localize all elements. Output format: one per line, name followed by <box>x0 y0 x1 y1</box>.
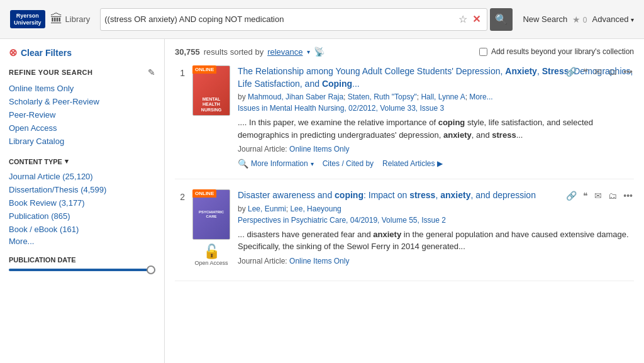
result-authors-2: by Lee, Eunmi; Lee, Haeyoung <box>238 204 634 213</box>
sort-dropdown-icon[interactable]: ▾ <box>307 48 310 55</box>
result-number-1: 1 <box>175 65 185 169</box>
result-type-link-2[interactable]: Online Items Only <box>289 257 349 265</box>
content-type-header[interactable]: CONTENT TYPE ▾ <box>9 157 155 165</box>
search-bar-area: ☆ ✕ 🔍 <box>100 8 513 31</box>
date-range-slider[interactable] <box>9 269 155 279</box>
result-item-2: 2 online PSYCHIATRIC CARE 🔓 Open Access … <box>175 189 634 281</box>
main-layout: ⊗ Clear Filters REFINE YOUR SEARCH ✎ Onl… <box>0 39 644 363</box>
result-abstract-1: .... In this paper, we examine the relat… <box>238 116 634 141</box>
content-type-dissertation-thesis[interactable]: Dissertation/Thesis (4,599) <box>9 184 155 196</box>
result-thumbnail-2: online PSYCHIATRIC CARE 🔓 Open Access <box>192 189 230 271</box>
advanced-chevron-icon: ▾ <box>631 16 634 23</box>
result-content-1: 🔗 ❝ ✉ 🗂 ••• The Relationship among Young… <box>238 65 634 169</box>
content-type-section: CONTENT TYPE ▾ Journal Article (25,120) … <box>9 157 155 246</box>
sort-by-link[interactable]: relevance <box>267 47 303 57</box>
edit-icon[interactable]: ✎ <box>148 67 155 77</box>
more-options-button-2[interactable]: ••• <box>622 189 634 202</box>
search-input-wrapper: ☆ ✕ <box>100 8 487 31</box>
cite-button-1[interactable]: ❝ <box>582 65 589 78</box>
beyond-collection-label: Add results beyond your library's collec… <box>491 47 634 56</box>
beyond-collection-checkbox[interactable] <box>479 48 487 56</box>
related-chevron-icon-1: ▶ <box>437 159 443 168</box>
sorted-by-label: results sorted by <box>204 47 264 57</box>
clear-filters-button[interactable]: ⊗ Clear Filters <box>9 47 155 59</box>
header: Ryerson University 🏛 Library ☆ ✕ 🔍 New S… <box>0 0 644 39</box>
rss-icon[interactable]: 📡 <box>314 47 325 57</box>
refine-search-section: REFINE YOUR SEARCH ✎ Online Items Only S… <box>9 67 155 147</box>
author-link-mahmoud[interactable]: Mahmoud, Jihan Saber Raja <box>248 92 343 101</box>
open-access-icon: 🔓 <box>203 243 220 260</box>
cite-button-2[interactable]: ❝ <box>582 189 589 202</box>
permalink-button-1[interactable]: 🔗 <box>565 65 578 78</box>
content-type-book-ebook[interactable]: Book / eBook (161) <box>9 223 155 235</box>
author-link-lee-eunmi[interactable]: Lee, Eunmi <box>248 204 286 213</box>
library-label: Library <box>65 14 91 24</box>
search-input[interactable] <box>104 14 456 24</box>
search-submit-button[interactable]: 🔍 <box>490 8 513 31</box>
result-type-1: Journal Article: Online Items Only <box>238 145 634 154</box>
cites-section-1[interactable]: Cites / Cited by <box>323 159 374 168</box>
journal-link-1[interactable]: Issues in Mental Health Nursing <box>238 104 344 113</box>
result-toolbar-1: 🔗 ❝ ✉ 🗂 ••• <box>565 65 634 78</box>
clear-filters-icon: ⊗ <box>9 47 17 59</box>
permalink-button-2[interactable]: 🔗 <box>565 189 578 202</box>
filter-scholarly-peer-review[interactable]: Scholarly & Peer-Review <box>9 96 155 108</box>
slider-track <box>9 269 155 271</box>
content-type-publication[interactable]: Publication (865) <box>9 210 155 222</box>
result-toolbar-2: 🔗 ❝ ✉ 🗂 ••• <box>565 189 634 202</box>
more-info-button-1[interactable]: 🔍 More Information ▾ <box>238 159 314 169</box>
logo-area: Ryerson University 🏛 Library <box>10 10 90 29</box>
email-button-2[interactable]: ✉ <box>593 189 603 202</box>
author-link-more-1[interactable]: More... <box>469 92 492 101</box>
new-search-button[interactable]: New Search <box>523 14 567 24</box>
result-abstract-2: ... disasters have generated fear and an… <box>238 228 634 253</box>
author-link-hall[interactable]: Hall, Lynne A <box>421 92 465 101</box>
results-summary: 30,755 results sorted by relevance ▾ 📡 <box>175 47 325 57</box>
saved-count: ★ 0 <box>572 14 587 25</box>
search-icon: 🔍 <box>495 13 508 25</box>
content-type-chevron-icon: ▾ <box>65 157 69 165</box>
content-type-journal-article[interactable]: Journal Article (25,120) <box>9 170 155 182</box>
content-type-book-review[interactable]: Book Review (3,177) <box>9 197 155 209</box>
filter-open-access[interactable]: Open Access <box>9 122 155 134</box>
result-journal-1: Issues in Mental Health Nursing, 02/2012… <box>238 104 634 113</box>
email-button-1[interactable]: ✉ <box>593 65 603 78</box>
refine-title: REFINE YOUR SEARCH <box>9 69 92 76</box>
sidebar: ⊗ Clear Filters REFINE YOUR SEARCH ✎ Onl… <box>0 39 165 363</box>
more-options-button-1[interactable]: ••• <box>622 65 634 78</box>
slider-thumb[interactable] <box>147 265 155 274</box>
related-articles-1[interactable]: Related Articles ▶ <box>382 159 443 168</box>
result-authors-1: by Mahmoud, Jihan Saber Raja; Staten, Ru… <box>238 92 634 101</box>
online-badge-2: online <box>192 189 216 198</box>
library-building-icon: 🏛 <box>50 12 63 26</box>
result-type-link-1[interactable]: Online Items Only <box>289 145 349 154</box>
save-button-2[interactable]: 🗂 <box>607 189 618 202</box>
online-badge-1: online <box>192 65 216 74</box>
save-button-1[interactable]: 🗂 <box>607 65 618 78</box>
open-access-badge-2: 🔓 Open Access <box>192 243 230 266</box>
results-area: 30,755 results sorted by relevance ▾ 📡 A… <box>165 39 644 363</box>
save-search-button[interactable]: ☆ <box>456 11 470 28</box>
more-info-chevron-icon-1: ▾ <box>311 160 314 167</box>
result-journal-2: Perspectives in Psychiatric Care, 04/201… <box>238 216 634 225</box>
author-link-lee-haeyoung[interactable]: Lee, Haeyoung <box>290 204 341 213</box>
publication-date-section: PUBLICATION DATE <box>9 256 155 279</box>
beyond-collection-option: Add results beyond your library's collec… <box>479 47 634 56</box>
result-actions-1: 🔍 More Information ▾ Cites / Cited by Re… <box>238 159 634 169</box>
result-thumbnail-1: online MENTAL HEALTH NURSING <box>192 65 230 169</box>
content-type-more-link[interactable]: More... <box>9 237 34 246</box>
result-number-2: 2 <box>175 189 185 271</box>
ryerson-university-logo: Ryerson University <box>10 10 45 29</box>
slider-fill <box>9 269 155 271</box>
results-header: 30,755 results sorted by relevance ▾ 📡 A… <box>175 47 634 57</box>
clear-search-button[interactable]: ✕ <box>470 11 483 28</box>
open-access-label: Open Access <box>194 260 228 266</box>
filter-online-items-only[interactable]: Online Items Only <box>9 82 155 94</box>
author-link-staten[interactable]: Staten, Ruth "Topsy" <box>348 92 417 101</box>
journal-link-2[interactable]: Perspectives in Psychiatric Care <box>238 216 346 225</box>
filter-library-catalog[interactable]: Library Catalog <box>9 135 155 147</box>
filter-peer-review[interactable]: Peer-Review <box>9 109 155 121</box>
result-item-1: 1 online MENTAL HEALTH NURSING 🔗 ❝ ✉ 🗂 •… <box>175 65 634 179</box>
header-actions: New Search ★ 0 Advanced ▾ <box>523 14 634 25</box>
advanced-search-button[interactable]: Advanced ▾ <box>592 14 634 24</box>
